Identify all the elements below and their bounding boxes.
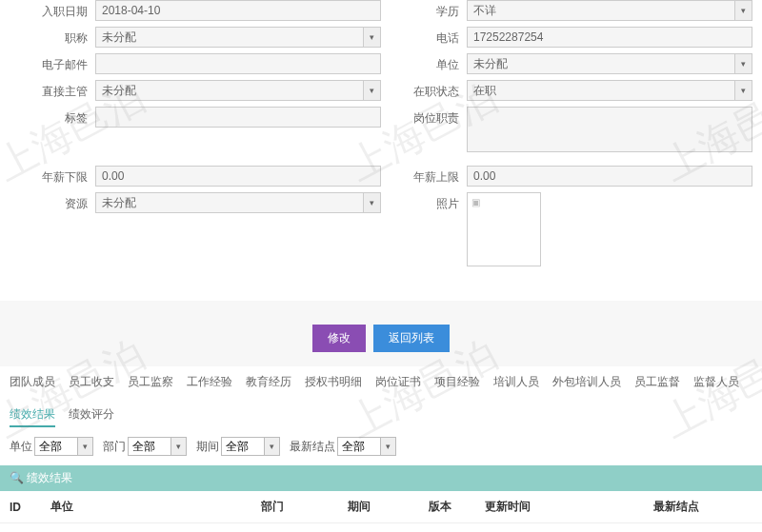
tab-project-exp[interactable]: 项目经验 — [434, 374, 480, 393]
chevron-down-icon[interactable]: ▾ — [735, 80, 752, 101]
search-icon: 🔍 — [10, 471, 24, 484]
photo-label: 照片 — [381, 192, 467, 212]
section-title: 绩效结果 — [27, 471, 72, 484]
col-unit[interactable]: 单位 — [41, 491, 251, 523]
filter-period-label: 期间 — [196, 439, 221, 455]
cell-id: 4 — [0, 523, 41, 533]
chevron-down-icon[interactable]: ▾ — [381, 437, 396, 456]
cell-latest: 持续超出预期 — [644, 523, 762, 533]
hire-date-input[interactable] — [95, 0, 381, 21]
back-button[interactable]: 返回列表 — [373, 325, 450, 352]
table-row[interactable]: 4 上海邑泊信息科技有限公司 市场总部 2019Q1 1 2019-04-12 … — [0, 523, 762, 533]
email-input[interactable] — [95, 53, 381, 74]
email-label: 电子邮件 — [10, 53, 95, 73]
status-select[interactable] — [467, 80, 735, 101]
tab-work-exp[interactable]: 工作经验 — [187, 374, 232, 393]
hire-date-label: 入职日期 — [10, 0, 95, 20]
supervisor-select[interactable] — [95, 80, 364, 101]
phone-label: 电话 — [381, 27, 467, 47]
chevron-down-icon[interactable]: ▾ — [78, 437, 93, 456]
salary-min-label: 年薪下限 — [10, 166, 95, 186]
chevron-down-icon[interactable]: ▾ — [735, 0, 752, 21]
employee-form: 入职日期 学历 ▾ 职称 ▾ 电话 电子邮件 — [0, 0, 762, 282]
col-updated[interactable]: 更新时间 — [475, 491, 644, 523]
section-header: 🔍 绩效结果 — [0, 465, 762, 491]
cell-updated: 2019-04-12 15:58:37 — [475, 523, 644, 533]
filter-unit-label: 单位 — [10, 439, 34, 455]
salary-min-input[interactable] — [95, 166, 381, 187]
salary-max-input[interactable] — [467, 166, 752, 187]
tab-cert[interactable]: 岗位证书 — [375, 374, 421, 393]
title-select[interactable] — [95, 27, 364, 48]
performance-table: ID 单位 部门 期间 版本 更新时间 最新结点 4 上海邑泊信息科技有限公司 … — [0, 491, 762, 532]
unit-select[interactable] — [467, 53, 735, 74]
table-header-row: ID 单位 部门 期间 版本 更新时间 最新结点 — [0, 491, 762, 523]
tab-perf-result[interactable]: 绩效结果 — [10, 406, 55, 427]
cell-version: 1 — [419, 523, 475, 533]
col-version[interactable]: 版本 — [419, 491, 475, 523]
tab-supervisors[interactable]: 监督人员 — [693, 374, 739, 393]
education-select[interactable] — [467, 0, 735, 21]
filter-bar: 单位 ▾ 部门 ▾ 期间 ▾ 最新结点 ▾ — [0, 433, 762, 460]
filter-dept-select[interactable] — [128, 437, 171, 456]
supervisor-label: 直接主管 — [10, 80, 95, 100]
resource-select[interactable] — [95, 192, 364, 213]
chevron-down-icon[interactable]: ▾ — [171, 437, 187, 456]
action-bar: 修改 返回列表 — [0, 301, 762, 366]
detail-tabs: 团队成员 员工收支 员工监察 工作经验 教育经历 授权书明细 岗位证书 项目经验… — [0, 366, 762, 433]
tab-team-members[interactable]: 团队成员 — [10, 374, 55, 393]
col-latest[interactable]: 最新结点 — [644, 491, 762, 523]
edit-button[interactable]: 修改 — [312, 325, 366, 352]
photo-placeholder[interactable]: ▣ — [467, 192, 541, 266]
tab-auth-detail[interactable]: 授权书明细 — [305, 374, 362, 393]
phone-input[interactable] — [467, 27, 752, 48]
tab-income-expense[interactable]: 员工收支 — [69, 374, 114, 393]
chevron-down-icon[interactable]: ▾ — [364, 80, 381, 101]
cell-dept: 市场总部 — [251, 523, 339, 533]
filter-period-select[interactable] — [221, 437, 265, 456]
col-period[interactable]: 期间 — [338, 491, 418, 523]
resource-label: 资源 — [10, 192, 95, 212]
tags-label: 标签 — [10, 107, 95, 127]
col-id[interactable]: ID — [0, 491, 41, 523]
filter-unit-select[interactable] — [34, 437, 78, 456]
tab-education[interactable]: 教育经历 — [246, 374, 291, 393]
filter-latest-select[interactable] — [337, 437, 381, 456]
tags-input[interactable] — [95, 107, 381, 128]
tab-perf-score[interactable]: 绩效评分 — [69, 406, 114, 427]
unit-label: 单位 — [381, 53, 467, 73]
title-label: 职称 — [10, 27, 95, 47]
education-label: 学历 — [381, 0, 467, 20]
status-label: 在职状态 — [381, 80, 467, 100]
filter-latest-label: 最新结点 — [290, 439, 337, 455]
col-dept[interactable]: 部门 — [251, 491, 339, 523]
filter-dept-label: 部门 — [103, 439, 128, 455]
salary-max-label: 年薪上限 — [381, 166, 467, 186]
chevron-down-icon[interactable]: ▾ — [735, 53, 752, 74]
job-desc-label: 岗位职责 — [381, 107, 467, 127]
chevron-down-icon[interactable]: ▾ — [364, 192, 381, 213]
job-desc-textarea[interactable] — [467, 107, 752, 152]
tab-emp-supervise[interactable]: 员工监督 — [634, 374, 680, 393]
tab-supervision[interactable]: 员工监察 — [128, 374, 173, 393]
chevron-down-icon[interactable]: ▾ — [364, 27, 381, 48]
cell-period: 2019Q1 — [338, 523, 418, 533]
cell-unit: 上海邑泊信息科技有限公司 — [41, 523, 251, 533]
chevron-down-icon[interactable]: ▾ — [265, 437, 280, 456]
tab-trainees[interactable]: 培训人员 — [493, 374, 539, 393]
tab-outsource-trainees[interactable]: 外包培训人员 — [552, 374, 621, 393]
